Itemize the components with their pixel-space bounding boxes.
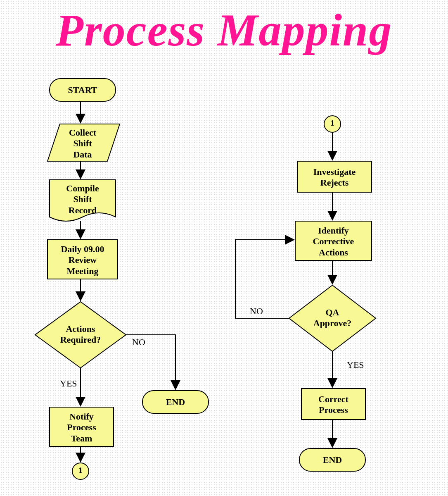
node-identify	[295, 221, 372, 260]
node-connector-1b	[324, 116, 341, 132]
node-review	[47, 240, 118, 279]
edge-actions-no	[126, 335, 175, 389]
node-correct	[301, 389, 365, 420]
node-qa-decision	[289, 285, 376, 351]
node-collect	[47, 124, 120, 161]
node-start	[50, 79, 116, 101]
node-compile	[50, 180, 116, 221]
edge-qa-no	[235, 240, 293, 318]
node-notify	[50, 407, 114, 446]
flowchart-svg	[0, 0, 448, 496]
node-connector-1a	[72, 463, 89, 479]
node-end-right	[299, 448, 365, 471]
node-actions-decision	[35, 302, 126, 368]
node-end-left	[142, 391, 209, 413]
node-investigate	[297, 161, 372, 192]
